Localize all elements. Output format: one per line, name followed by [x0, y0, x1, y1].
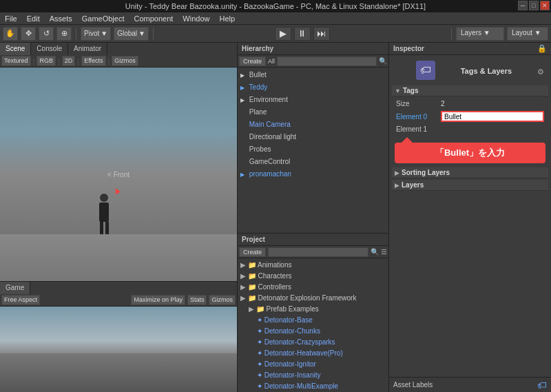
tab-game[interactable]: Game [0, 282, 30, 294]
project-create-btn[interactable]: Create [239, 247, 266, 257]
pause-button[interactable]: ⏸ [294, 27, 311, 41]
hierarchy-create-btn[interactable]: Create [239, 56, 266, 66]
environment-arrow: ▶ [240, 95, 247, 105]
tree-item-gamecontrol[interactable]: GameControl [238, 156, 388, 168]
menu-window[interactable]: Window [180, 14, 211, 23]
ptree-prefab-examples[interactable]: ▶ 📁 Prefab Examples [238, 304, 388, 315]
middle-panel: Hierarchy Create All 🔍 ▶ Bullet ▶ Teddy … [238, 43, 389, 392]
scene-canvas[interactable]: < Front ▲ [0, 68, 237, 281]
menu-help[interactable]: Help [217, 14, 237, 23]
tool-hand[interactable]: ✋ [3, 27, 18, 41]
free-aspect-dropdown[interactable]: Free Aspect [1, 295, 40, 305]
tool-rotate[interactable]: ↺ [39, 27, 54, 41]
game-tabs: Game [0, 282, 237, 294]
tree-item-environment[interactable]: ▶ Environment [238, 94, 388, 106]
gamecontrol-label: GameControl [249, 158, 290, 165]
tool-scale[interactable]: ⊕ [56, 27, 72, 41]
ptree-det-ignitor[interactable]: ✦ Detonator-Ignitor [238, 359, 388, 370]
element1-label: Element 1 [396, 125, 441, 133]
sep2 [153, 28, 154, 40]
scene-tabs: Scene Console Animator [0, 43, 237, 55]
tree-item-pronamachan[interactable]: ▶ pronamachan [238, 168, 388, 180]
title-bar: Unity - Teddy Bear Bazooka.unity - Bazoo… [0, 0, 551, 12]
step-button[interactable]: ⏭ [313, 27, 330, 41]
play-button[interactable]: ▶ [275, 27, 291, 41]
sorting-section-header[interactable]: ▶ Sorting Layers [392, 167, 548, 178]
det-ign-label: Detonator-Ignitor [264, 360, 316, 368]
hierarchy-search-input[interactable] [277, 56, 377, 66]
menu-component[interactable]: Component [132, 14, 175, 23]
layers-section-header[interactable]: ▶ Layers [392, 180, 548, 191]
twod-dropdown[interactable]: 2D [62, 56, 76, 66]
gear-icon[interactable]: ⚙ [537, 68, 544, 76]
ptree-animations[interactable]: ▶ 📁 Animations [238, 260, 388, 271]
tree-item-bullet[interactable]: ▶ Bullet [238, 69, 388, 81]
maximize-button[interactable]: □ [529, 1, 539, 10]
ptree-det-crazy[interactable]: ✦ Detonator-Crazysparks [238, 337, 388, 348]
menu-gameobject[interactable]: GameObject [80, 14, 127, 23]
tab-scene[interactable]: Scene [0, 43, 31, 55]
ptree-characters[interactable]: ▶ 📁 Characters [238, 271, 388, 282]
sep3: | [77, 57, 79, 65]
ptree-det-insanity[interactable]: ✦ Detonator-Insanity [238, 370, 388, 381]
element0-row: Element 0 [395, 110, 545, 123]
gizmos-dropdown[interactable]: Gizmos [112, 56, 138, 66]
menu-file[interactable]: File [3, 14, 19, 23]
anim-folder-icon: 📁 [248, 261, 256, 269]
menu-edit[interactable]: Edit [25, 14, 42, 23]
element0-label: Element 0 [396, 113, 441, 121]
layout-dropdown[interactable]: Layout ▼ [507, 27, 548, 41]
tool-move[interactable]: ✥ [21, 27, 36, 41]
det-multi-label: Detonator-MultiExample [264, 382, 338, 390]
tree-item-main-camera[interactable]: Main Camera [238, 118, 388, 131]
pivot-dropdown[interactable]: Pivot ▼ [81, 27, 111, 41]
left-panel: Scene Console Animator Textured | RGB | … [0, 43, 238, 392]
det-multi-icon: ✦ [257, 382, 264, 390]
ptree-detonator[interactable]: ▶ 📁 Detonator Explosion Framework [238, 293, 388, 304]
lock-icon[interactable]: 🔒 [537, 44, 547, 53]
game-ground [0, 353, 237, 392]
global-dropdown[interactable]: Global ▼ [114, 27, 149, 41]
maximize-on-play-btn[interactable]: Maximize on Play [131, 295, 185, 305]
project-panel: Project Create 🔍 ☰ ▶ 📁 Animations ▶ 📁 Ch… [238, 234, 388, 392]
tree-item-probes[interactable]: Probes [238, 143, 388, 156]
menu-assets[interactable]: Assets [48, 14, 74, 23]
close-button[interactable]: ✕ [540, 1, 550, 10]
effects-dropdown[interactable]: Effects [81, 56, 105, 66]
game-gizmos-btn[interactable]: Gizmos [209, 295, 236, 305]
tab-animator[interactable]: Animator [68, 43, 107, 55]
det-ign-icon: ✦ [257, 360, 264, 368]
tab-console[interactable]: Console [31, 43, 68, 55]
layers-dropdown[interactable]: Layers ▼ [456, 27, 504, 41]
tree-item-dir-light[interactable]: Directional light [238, 131, 388, 143]
bullet-arrow: ▶ [240, 70, 247, 81]
ptree-det-base[interactable]: ✦ Detonator-Base [238, 315, 388, 326]
game-canvas[interactable] [0, 307, 237, 392]
tree-item-teddy[interactable]: ▶ Teddy [238, 81, 388, 94]
project-search-input[interactable] [268, 247, 368, 257]
ptree-det-chunks[interactable]: ✦ Detonator-Chunks [238, 326, 388, 337]
sorting-section-title: Sorting Layers [402, 169, 450, 176]
light-arrow [240, 132, 247, 143]
rgb-dropdown[interactable]: RGB [37, 56, 56, 66]
tags-section-header[interactable]: ▼ Tags [392, 85, 548, 96]
pronamachan-arrow: ▶ [240, 169, 247, 180]
ptree-controllers[interactable]: ▶ 📁 Controllers [238, 282, 388, 293]
asset-labels-icon[interactable]: 🏷 [537, 380, 547, 391]
project-options-icon[interactable]: ☰ [381, 248, 387, 256]
stats-btn[interactable]: Stats [187, 295, 207, 305]
ptree-det-multi[interactable]: ✦ Detonator-MultiExample [238, 381, 388, 392]
scene-toolbar: Textured | RGB | 2D | Effects | Gizmos [0, 55, 237, 68]
ctrl-arrow: ▶ [240, 283, 248, 291]
textured-dropdown[interactable]: Textured [1, 56, 31, 66]
hierarchy-all-btn[interactable]: All [268, 58, 275, 65]
hierarchy-header: Hierarchy [238, 43, 388, 55]
element0-input[interactable] [441, 111, 544, 122]
global-arrow: ▼ [138, 30, 145, 37]
tree-item-plane[interactable]: Plane [238, 106, 388, 118]
pronamachan-label: pronamachan [249, 170, 291, 178]
sep2: | [58, 57, 60, 65]
minimize-button[interactable]: ─ [518, 1, 528, 10]
ptree-det-heat[interactable]: ✦ Detonator-Heatwave(Pro) [238, 348, 388, 359]
tags-layers-icon: 🏷 [416, 61, 435, 80]
